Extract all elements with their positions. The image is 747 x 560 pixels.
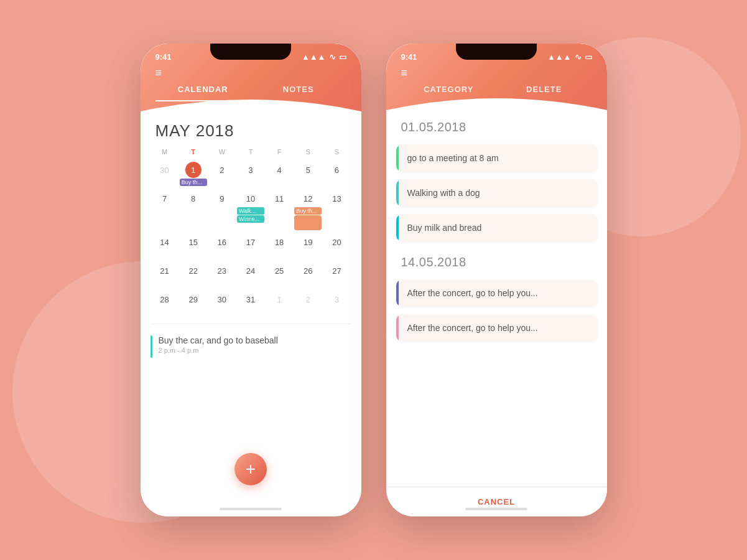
cal-day-16[interactable]: 16 xyxy=(208,233,236,260)
cal-day-2-next[interactable]: 2 xyxy=(294,290,322,317)
notes-menu-icon[interactable]: ≡ xyxy=(386,64,607,85)
note-content-1: go to a meeting at 8 am xyxy=(399,144,597,172)
agenda-text: Buy the car, and go to baseball xyxy=(159,335,278,345)
cal-num: 17 xyxy=(243,234,259,250)
wifi-icon: ∿ xyxy=(329,52,336,62)
add-button[interactable]: + xyxy=(234,453,267,485)
cal-num: 22 xyxy=(185,263,202,279)
cal-day-6[interactable]: 6 xyxy=(322,161,351,188)
cal-day-23[interactable]: 23 xyxy=(208,261,236,289)
day-m: M xyxy=(151,146,179,158)
calendar-title: MAY 2018 xyxy=(141,111,361,146)
cal-num: 23 xyxy=(214,263,230,279)
cal-num: 27 xyxy=(328,263,345,279)
cal-week-4: 21 22 23 24 25 26 27 xyxy=(151,261,351,289)
cal-day-labels: M T W T F S S xyxy=(151,146,351,158)
notch xyxy=(210,44,291,60)
cal-num: 11 xyxy=(271,190,287,207)
agenda-item: Buy the car, and go to baseball 2 p.m - … xyxy=(141,329,361,364)
cancel-button[interactable]: CANCEL xyxy=(386,487,607,516)
cal-num: 16 xyxy=(214,234,230,250)
cal-day-7[interactable]: 7 xyxy=(151,189,179,231)
status-icons: ▲▲▲ ∿ ▭ xyxy=(302,52,346,62)
cal-day-1-next[interactable]: 1 xyxy=(265,290,294,317)
note-item-5[interactable]: After the concert, go to help you... xyxy=(396,314,597,342)
cal-day-1[interactable]: 1 Buy th... xyxy=(179,161,208,188)
notes-status-time: 9:41 xyxy=(401,52,417,62)
cal-num: 21 xyxy=(157,263,173,279)
cal-num: 1 xyxy=(185,162,202,178)
cal-day-30-prev[interactable]: 30 xyxy=(151,161,179,188)
cal-event: Buy th... xyxy=(180,179,207,186)
cal-day-29[interactable]: 29 xyxy=(179,290,208,317)
cal-day-14[interactable]: 14 xyxy=(151,233,179,260)
agenda-time: 2 p.m - 4 p.m xyxy=(159,347,278,354)
calendar-grid: M T W T F S S 30 1 Buy th... 2 3 xyxy=(141,146,361,319)
cal-day-11[interactable]: 11 xyxy=(265,189,294,231)
cal-day-5[interactable]: 5 xyxy=(294,161,322,188)
cal-num: 12 xyxy=(300,190,316,207)
cal-num: 5 xyxy=(300,162,316,178)
signal-icon-2: ▲▲▲ xyxy=(547,52,572,62)
cal-week-5: 28 29 30 31 1 2 3 xyxy=(151,290,351,317)
agenda-bar xyxy=(151,335,152,358)
cal-num: 25 xyxy=(271,263,287,279)
cal-num: 8 xyxy=(185,190,202,207)
battery-icon-2: ▭ xyxy=(585,52,592,62)
cal-day-9[interactable]: 9 xyxy=(208,189,236,231)
cal-day-28[interactable]: 28 xyxy=(151,290,179,317)
day-t2: T xyxy=(236,146,265,158)
note-item-2[interactable]: Walking with a dog xyxy=(396,179,597,207)
cal-day-10[interactable]: 10 Walk... Winne... xyxy=(236,189,265,231)
cal-num: 29 xyxy=(185,291,202,307)
cal-day-4[interactable]: 4 xyxy=(265,161,294,188)
day-t: T xyxy=(179,146,208,158)
wifi-icon-2: ∿ xyxy=(575,52,582,62)
cal-week-1: 30 1 Buy th... 2 3 4 5 6 xyxy=(151,161,351,188)
cal-day-17[interactable]: 17 xyxy=(236,233,265,260)
cal-day-26[interactable]: 26 xyxy=(294,261,322,289)
note-item-3[interactable]: Buy milk and bread xyxy=(396,214,597,241)
cal-week-2: 7 8 9 10 Walk... Winne... 11 12 Buy th..… xyxy=(151,189,351,231)
home-indicator xyxy=(220,508,282,510)
cal-num: 14 xyxy=(157,234,173,250)
day-s: S xyxy=(294,146,322,158)
cal-day-21[interactable]: 21 xyxy=(151,261,179,289)
cal-day-20[interactable]: 20 xyxy=(322,233,351,260)
cal-num: 6 xyxy=(328,162,345,178)
cal-event: Winne... xyxy=(237,215,264,223)
cal-num: 31 xyxy=(243,291,259,307)
cal-day-27[interactable]: 27 xyxy=(322,261,351,289)
menu-icon[interactable]: ≡ xyxy=(141,64,361,85)
cal-day-31[interactable]: 31 xyxy=(236,290,265,317)
cal-num: 24 xyxy=(243,263,259,279)
phones-container: 9:41 ▲▲▲ ∿ ▭ ≡ CALENDAR NOTES MAY 2018 xyxy=(141,44,607,516)
battery-icon: ▭ xyxy=(339,52,346,62)
cal-day-18[interactable]: 18 xyxy=(265,233,294,260)
cal-day-8[interactable]: 8 xyxy=(179,189,208,231)
note-item-4[interactable]: After the concert, go to help you... xyxy=(396,279,597,307)
cal-num: 13 xyxy=(328,190,345,207)
cal-day-19[interactable]: 19 xyxy=(294,233,322,260)
cal-day-22[interactable]: 22 xyxy=(179,261,208,289)
cal-event: Buy th... xyxy=(294,207,322,215)
cal-day-12[interactable]: 12 Buy th... xyxy=(294,189,322,231)
cal-day-3-next[interactable]: 3 xyxy=(322,290,351,317)
day-f: F xyxy=(265,146,294,158)
day-s2: S xyxy=(322,146,351,158)
cal-day-30[interactable]: 30 xyxy=(208,290,236,317)
note-item-1[interactable]: go to a meeting at 8 am xyxy=(396,144,597,172)
cal-num: 4 xyxy=(271,162,287,178)
cal-day-24[interactable]: 24 xyxy=(236,261,265,289)
cal-num: 2 xyxy=(214,162,230,178)
cal-day-2[interactable]: 2 xyxy=(208,161,236,188)
cal-num: 26 xyxy=(300,263,316,279)
cal-day-15[interactable]: 15 xyxy=(179,233,208,260)
cal-day-3[interactable]: 3 xyxy=(236,161,265,188)
cal-num: 30 xyxy=(157,162,173,178)
cal-num: 2 xyxy=(300,291,316,307)
cal-day-25[interactable]: 25 xyxy=(265,261,294,289)
cal-day-13[interactable]: 13 xyxy=(322,189,351,231)
cal-num: 1 xyxy=(271,291,287,307)
cal-num: 28 xyxy=(157,291,173,307)
